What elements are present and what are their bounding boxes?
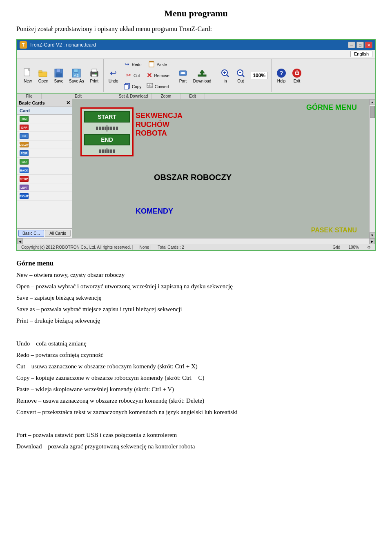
scroll-down-button[interactable]: ▼	[370, 232, 375, 238]
conn-pin	[99, 149, 101, 153]
main-area: Basic Cards ✕ Card ON OFF IN DELAY FOR	[17, 99, 375, 238]
save-as-icon: AS	[71, 68, 81, 78]
scroll-right: ▲ ▼	[369, 99, 375, 238]
conn-pin	[107, 127, 109, 130]
all-cards-button[interactable]: All Cards	[45, 230, 71, 237]
open-button[interactable]: Open	[36, 67, 51, 85]
remove-icon: ✕	[146, 71, 153, 79]
scroll-right-button[interactable]: ▶	[369, 238, 375, 244]
toolbar-file-group: New Open Save AS Save As	[19, 59, 104, 92]
toolbar-label-zoom: Zoom	[152, 94, 180, 99]
sidebar-item-on[interactable]: ON	[17, 115, 72, 123]
sidebar-item-right[interactable]: RIGHT	[17, 192, 72, 201]
open-icon	[38, 68, 48, 78]
sidebar-item-in[interactable]: IN	[17, 132, 72, 140]
save-icon	[54, 68, 64, 78]
svg-point-13	[95, 73, 96, 74]
para-remove: Remove – usuwa zaznaczoną w obszarze rob…	[16, 396, 376, 406]
print-button[interactable]: Print	[87, 67, 102, 85]
save-button[interactable]: Save	[51, 67, 66, 85]
zoom-out-button[interactable]: Out	[233, 67, 248, 85]
title-bar: T TronZ-Card V2 : noname.tcard ─ □ ✕	[17, 40, 375, 50]
sidebar-title: Basic Cards	[19, 100, 45, 105]
obszar-annotation: OBSZAR ROBOCZY	[154, 173, 232, 182]
left-icon: LEFT	[20, 185, 29, 190]
robot-end-block: END	[84, 134, 130, 145]
status-spacer	[191, 245, 326, 250]
svg-rect-3	[39, 71, 42, 73]
para-spacer1	[16, 327, 376, 337]
in-icon: IN	[20, 133, 29, 139]
right-icon: RIGHT	[20, 193, 29, 199]
help-button[interactable]: ? Help	[274, 67, 289, 85]
para-print: Print – drukuje bieżącą sekwencję	[16, 316, 376, 325]
zoom-in-button[interactable]: In	[218, 67, 232, 85]
undo-icon: ↩	[109, 68, 118, 78]
sidebar-item-off[interactable]: OFF	[17, 123, 72, 132]
port-label: Port	[179, 79, 187, 83]
status-total: Total Cards : 2	[156, 245, 186, 250]
paste-label: Paste	[156, 62, 167, 67]
sidebar-item-back[interactable]: BACK	[17, 166, 72, 175]
copy-button[interactable]: Copy	[122, 81, 143, 92]
conn-pin	[96, 127, 98, 130]
paste-button[interactable]: Paste	[144, 59, 171, 70]
intro-text: Poniżej został przedstawiony i opisany u…	[16, 25, 376, 33]
undo-button[interactable]: ↩ Undo	[106, 67, 121, 85]
sidebar-close-button[interactable]: ✕	[66, 100, 70, 106]
toolbar-label-setdownload: Set & Download	[115, 94, 152, 99]
svg-rect-12	[92, 74, 97, 77]
convert-button[interactable]: ABC Convert	[144, 81, 171, 92]
para-copy: Copy – kopiuje zaznaczone w obszarze rob…	[16, 373, 376, 383]
title-bar-controls[interactable]: ─ □ ✕	[348, 42, 372, 48]
port-button[interactable]: Port	[176, 67, 190, 85]
robot-connector-bottom	[84, 148, 130, 153]
scroll-left-button[interactable]: ◀	[17, 238, 23, 244]
port-icon	[178, 68, 188, 78]
basic-cards-button[interactable]: Basic C...	[18, 230, 44, 237]
para-open: Open – pozwala wybrać i otworzyć utworzo…	[16, 281, 376, 291]
svg-marker-25	[200, 70, 205, 73]
download-button[interactable]: Download	[191, 67, 213, 85]
para-new: New – otwiera nowy, czysty obszar robocz…	[16, 270, 376, 280]
toolbar-zoom-group: In Out 100%	[216, 59, 272, 92]
new-button[interactable]: New	[20, 67, 35, 85]
status-mode: None	[138, 245, 151, 250]
close-button[interactable]: ✕	[365, 42, 372, 48]
remove-button[interactable]: ✕ Remove	[144, 70, 171, 81]
remove-label: Remove	[154, 74, 169, 78]
maximize-button[interactable]: □	[356, 42, 364, 48]
status-copyright: Copyright (c) 2012 ROBOTRON Co., Ltd. Al…	[20, 245, 133, 250]
sidebar-item-for[interactable]: FOR	[17, 149, 72, 158]
new-icon	[23, 68, 33, 78]
download-label: Download	[193, 79, 211, 83]
conn-pin	[110, 127, 112, 130]
sidebar-item-delay[interactable]: DELAY	[17, 140, 72, 149]
svg-rect-23	[182, 72, 184, 74]
save-as-button[interactable]: AS Save As	[67, 67, 86, 85]
print-label: Print	[90, 79, 98, 83]
lang-button[interactable]: English	[350, 51, 372, 57]
exit-button[interactable]: ⏻ Exit	[290, 67, 304, 85]
scroll-thumb[interactable]	[370, 106, 375, 118]
zoom-percent-button[interactable]: 100%	[249, 70, 270, 81]
cut-button[interactable]: ✂ Cut	[122, 70, 143, 81]
minimize-button[interactable]: ─	[348, 42, 355, 48]
back-icon: BACK	[20, 167, 29, 173]
toolbar-labels: File Edit Set & Download Zoom Exit	[17, 94, 375, 99]
para-saveas: Save as – pozwala wybrać miejsce zapisu …	[16, 304, 376, 314]
sidebar-item-stop[interactable]: STOP	[17, 175, 72, 183]
svg-line-30	[227, 75, 229, 77]
help-label: Help	[277, 79, 286, 83]
svg-rect-11	[92, 69, 97, 72]
off-icon: OFF	[20, 125, 29, 130]
svg-point-22	[184, 72, 185, 74]
conn-pin	[113, 127, 115, 130]
para-redo: Redo – powtarza cofniętą czynność	[16, 350, 376, 360]
scroll-up-button[interactable]: ▲	[370, 99, 375, 105]
sidebar-item-go[interactable]: GO	[17, 158, 72, 166]
save-label: Save	[54, 79, 64, 83]
komendy-annotation: KOMENDY	[136, 207, 173, 216]
sidebar-item-left[interactable]: LEFT	[17, 183, 72, 192]
redo-button[interactable]: ↪ Redo	[122, 59, 143, 70]
